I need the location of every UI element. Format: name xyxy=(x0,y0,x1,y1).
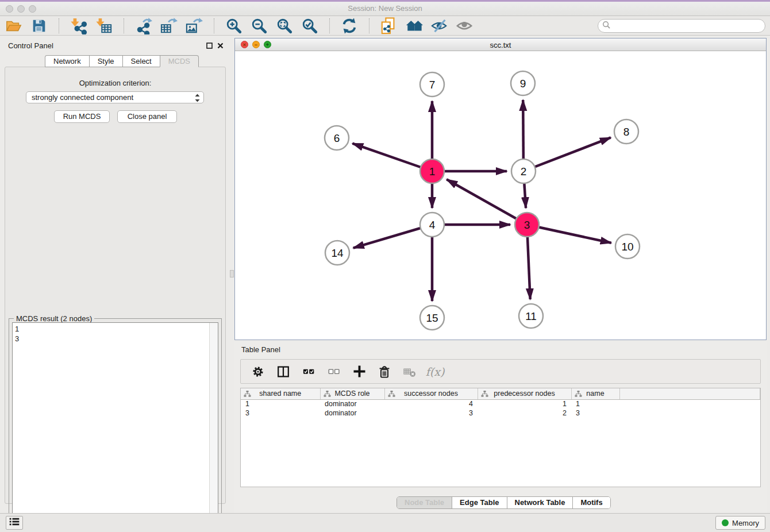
mcds-panel: Optimization criterion: strongly connect… xyxy=(5,67,226,504)
node-table: shared nameMCDS rolesuccessor nodesprede… xyxy=(240,388,761,487)
node-table-grid: shared nameMCDS rolesuccessor nodesprede… xyxy=(241,388,760,418)
result-line: 1 xyxy=(15,324,218,334)
zoom-out-icon[interactable] xyxy=(250,17,268,35)
graph-edge-3-1[interactable] xyxy=(446,179,527,225)
table-cell: 1 xyxy=(571,399,619,408)
tab-edge-table[interactable]: Edge Table xyxy=(452,497,507,508)
column-header-MCDS-role[interactable]: MCDS role xyxy=(320,388,384,399)
mcds-result-text[interactable]: 13 xyxy=(12,322,218,529)
save-session-icon[interactable] xyxy=(30,17,48,35)
zoom-selected-icon[interactable] xyxy=(301,17,319,35)
network-graph-canvas[interactable]: 7968124314101511 xyxy=(235,51,766,340)
add-row-icon[interactable] xyxy=(351,364,367,380)
column-header-name[interactable]: name xyxy=(571,388,619,399)
criterion-dropdown[interactable]: strongly connected component xyxy=(26,91,204,103)
network-view-window: × − + scc.txt 7968124314101511 xyxy=(234,38,767,340)
table-cell: dominator xyxy=(320,399,384,408)
clone-network-icon[interactable] xyxy=(380,17,398,35)
memory-indicator-dot xyxy=(722,519,729,526)
tab-style[interactable]: Style xyxy=(89,55,122,67)
tab-select[interactable]: Select xyxy=(122,55,160,67)
table-cell: 1 xyxy=(241,399,320,408)
refresh-icon[interactable] xyxy=(340,17,359,35)
toolbar-separator xyxy=(329,18,330,33)
column-header-shared-name[interactable]: shared name xyxy=(241,388,320,399)
select-all-checkboxes-icon[interactable] xyxy=(301,364,317,380)
run-mcds-button[interactable]: Run MCDS xyxy=(54,110,110,123)
memory-button[interactable]: Memory xyxy=(715,516,765,530)
column-type-icon xyxy=(575,390,582,399)
main-toolbar-icons xyxy=(5,17,474,35)
column-label: MCDS role xyxy=(334,390,369,398)
table-cell: 1 xyxy=(478,399,571,408)
table-row[interactable]: 1dominator411 xyxy=(241,399,760,408)
mcds-result-group: MCDS result (2 nodes) 13 xyxy=(9,318,222,532)
column-header-successor-nodes[interactable]: successor nodes xyxy=(384,388,478,399)
graph-node-label-10: 10 xyxy=(621,241,633,253)
control-panel-title: Control Panel xyxy=(8,41,53,50)
list-icon xyxy=(9,517,20,529)
table-browser-tabs: Node TableEdge TableNetwork TableMotifs xyxy=(396,496,611,509)
import-table-icon[interactable] xyxy=(95,17,113,35)
toolbar-separator xyxy=(369,18,369,33)
float-panel-icon[interactable] xyxy=(206,42,213,49)
graph-node-label-3: 3 xyxy=(524,219,530,231)
column-label: name xyxy=(586,390,604,398)
mcds-result-title: MCDS result (2 nodes) xyxy=(14,314,94,323)
show-graphics-details-icon xyxy=(456,17,474,35)
table-cell: 3 xyxy=(241,408,320,418)
zoom-in-icon[interactable] xyxy=(225,17,243,35)
window-title: Session: New Session xyxy=(0,4,770,13)
graph-edge-2-8[interactable] xyxy=(523,137,611,171)
open-session-icon[interactable] xyxy=(5,17,23,35)
column-label: shared name xyxy=(259,390,301,398)
close-panel-button[interactable]: Close panel xyxy=(117,110,177,123)
network-window-titlebar[interactable]: × − + scc.txt xyxy=(235,38,766,51)
tab-motifs[interactable]: Motifs xyxy=(573,497,610,508)
tab-node-table[interactable]: Node Table xyxy=(397,497,452,508)
close-panel-icon[interactable] xyxy=(217,42,224,49)
export-table-icon[interactable] xyxy=(160,17,178,35)
table-settings-icon[interactable] xyxy=(250,364,266,380)
graph-node-label-11: 11 xyxy=(525,310,537,322)
column-header-predecessor-nodes[interactable]: predecessor nodes xyxy=(478,388,571,399)
graph-node-label-9: 9 xyxy=(520,78,526,90)
search-icon xyxy=(602,21,611,32)
table-cell: 3 xyxy=(571,408,619,418)
task-history-button[interactable] xyxy=(6,516,23,530)
network-overview-icon[interactable] xyxy=(405,17,424,35)
vertical-splitter-grip[interactable] xyxy=(230,270,234,277)
hide-graphics-details-icon[interactable] xyxy=(430,17,449,35)
column-type-icon xyxy=(244,390,251,399)
table-row[interactable]: 3dominator323 xyxy=(241,408,760,418)
tab-network[interactable]: Network xyxy=(45,55,89,67)
control-panel: Control Panel NetworkStyleSelectMCDS Opt… xyxy=(0,36,230,513)
split-columns-icon[interactable] xyxy=(275,364,291,380)
zoom-fit-icon[interactable] xyxy=(275,17,294,35)
optimization-criterion-label: Optimization criterion: xyxy=(5,79,225,87)
mcds-result-lines: 13 xyxy=(15,324,218,344)
search-input[interactable] xyxy=(611,21,765,31)
dropdown-stepper-icon xyxy=(194,93,201,106)
graph-node-label-1: 1 xyxy=(429,165,436,178)
toolbar-separator xyxy=(214,18,214,33)
search-field[interactable] xyxy=(598,19,765,33)
graph-edge-3-10[interactable] xyxy=(527,225,611,243)
result-scrollbar[interactable] xyxy=(209,323,218,528)
export-image-icon[interactable] xyxy=(185,17,203,35)
tab-network-table[interactable]: Network Table xyxy=(507,497,573,508)
result-line: 3 xyxy=(15,334,218,344)
import-network-icon[interactable] xyxy=(70,17,88,35)
column-type-icon xyxy=(388,390,395,399)
table-cell: dominator xyxy=(320,408,384,418)
table-panel: Table Panel f(x) shared nameMCDS rolesuc… xyxy=(234,342,767,513)
toolbar-separator xyxy=(124,18,124,33)
delete-row-icon[interactable] xyxy=(376,364,392,380)
deselect-all-checkboxes-icon[interactable] xyxy=(326,364,342,380)
tab-mcds[interactable]: MCDS xyxy=(160,55,199,67)
graph-node-label-6: 6 xyxy=(334,132,340,144)
control-panel-tabs: NetworkStyleSelectMCDS xyxy=(45,55,199,67)
table-header-row: shared nameMCDS rolesuccessor nodesprede… xyxy=(241,388,760,399)
main-toolbar xyxy=(0,16,770,36)
export-network-icon[interactable] xyxy=(134,17,153,35)
